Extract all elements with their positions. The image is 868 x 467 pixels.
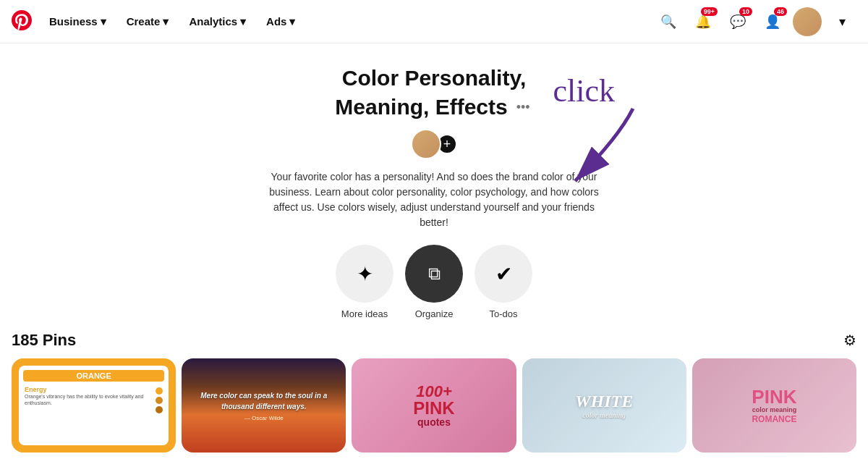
board-title-row: Meaning, Effects ••• bbox=[335, 94, 532, 120]
todos-button[interactable]: ✔ bbox=[475, 245, 532, 303]
white-label: WHITE bbox=[575, 392, 633, 411]
create-chevron-icon: ▾ bbox=[163, 15, 169, 28]
pins-header: 185 Pins ⚙ bbox=[12, 331, 856, 350]
list-item[interactable]: 100+ PINK quotes bbox=[352, 358, 516, 453]
following-button[interactable]: 👤 46 bbox=[758, 7, 787, 36]
navbar: Business ▾ Create ▾ Analytics ▾ Ads ▾ 🔍 … bbox=[0, 0, 868, 43]
sparkle-icon: ✦ bbox=[357, 262, 373, 286]
todos-item: ✔ To-dos bbox=[475, 245, 532, 319]
orange-label: ORANGE bbox=[76, 371, 111, 380]
account-chevron-button[interactable]: ▾ bbox=[827, 7, 856, 36]
search-icon: 🔍 bbox=[660, 14, 676, 30]
white-sublabel: color meaning bbox=[575, 411, 633, 419]
nav-right: 🔍 🔔 99+ 💬 10 👤 46 ▾ bbox=[654, 7, 856, 36]
create-menu-button[interactable]: Create ▾ bbox=[118, 9, 178, 34]
orange-desc: Orange's vibrancy has the ability to evo… bbox=[25, 393, 150, 406]
board-options-button[interactable]: ••• bbox=[514, 97, 533, 118]
business-chevron-icon: ▾ bbox=[101, 15, 106, 28]
filter-icon: ⚙ bbox=[843, 332, 856, 348]
board-avatar bbox=[411, 129, 441, 159]
message-icon: 💬 bbox=[730, 14, 746, 30]
more-ideas-label: More ideas bbox=[341, 308, 388, 319]
board-title-line2: Meaning, Effects bbox=[335, 94, 507, 120]
messages-badge: 10 bbox=[739, 7, 752, 16]
quote-author: — Oscar Wilde bbox=[190, 415, 337, 421]
organize-item: ⧉ Organize bbox=[405, 245, 463, 319]
orange-energy: Energy bbox=[25, 386, 150, 393]
bell-icon: 🔔 bbox=[695, 14, 711, 30]
list-item[interactable]: ORANGE Energy Orange's vibrancy has the … bbox=[12, 358, 176, 453]
avatar[interactable] bbox=[793, 7, 822, 36]
todos-label: To-dos bbox=[489, 308, 517, 319]
pink2-label: PINK bbox=[752, 387, 796, 406]
list-item[interactable]: WHITE color meaning bbox=[522, 358, 686, 453]
business-label: Business bbox=[49, 15, 98, 28]
filter-button[interactable]: ⚙ bbox=[843, 332, 856, 349]
checkmark-icon: ✔ bbox=[495, 262, 512, 286]
more-ideas-button[interactable]: ✦ bbox=[336, 245, 393, 303]
notifications-button[interactable]: 🔔 99+ bbox=[689, 7, 718, 36]
person-icon: 👤 bbox=[765, 14, 780, 30]
pink2-romance: ROMANCE bbox=[752, 415, 796, 424]
business-menu-button[interactable]: Business ▾ bbox=[41, 9, 115, 34]
search-button[interactable]: 🔍 bbox=[654, 7, 683, 36]
ads-chevron-icon: ▾ bbox=[289, 15, 295, 28]
board-meta: + bbox=[411, 129, 457, 159]
analytics-label: Analytics bbox=[189, 15, 237, 28]
board-title: Color Personality, bbox=[342, 65, 527, 91]
nav-left: Business ▾ Create ▾ Analytics ▾ Ads ▾ bbox=[12, 9, 304, 34]
quote-text: Mere color can speak to the soul in a th… bbox=[190, 390, 337, 412]
action-buttons: ✦ More ideas ⧉ Organize ✔ To-dos bbox=[336, 245, 532, 319]
pins-count: 185 Pins bbox=[12, 331, 76, 350]
messages-button[interactable]: 💬 10 bbox=[723, 7, 752, 36]
account-chevron-icon: ▾ bbox=[839, 14, 846, 30]
pink-sublabel: quotes bbox=[413, 417, 454, 427]
more-ideas-item: ✦ More ideas bbox=[336, 245, 393, 319]
create-label: Create bbox=[127, 15, 161, 28]
list-item[interactable]: Mere color can speak to the soul in a th… bbox=[182, 358, 346, 453]
organize-label: Organize bbox=[415, 308, 454, 319]
main-content: click Color Personality, Meaning, Effect… bbox=[0, 43, 868, 319]
pin-grid: ORANGE Energy Orange's vibrancy has the … bbox=[12, 358, 856, 453]
following-badge: 46 bbox=[774, 7, 787, 16]
ads-menu-button[interactable]: Ads ▾ bbox=[258, 9, 304, 34]
analytics-menu-button[interactable]: Analytics ▾ bbox=[180, 9, 255, 34]
analytics-chevron-icon: ▾ bbox=[240, 15, 246, 28]
pins-section: 185 Pins ⚙ ORANGE Energy Orange's vibran… bbox=[0, 331, 868, 453]
click-annotation: click bbox=[553, 72, 615, 109]
list-item[interactable]: PINK color meaning ROMANCE bbox=[692, 358, 856, 453]
ads-label: Ads bbox=[266, 15, 286, 28]
organize-button[interactable]: ⧉ bbox=[405, 245, 463, 303]
notifications-badge: 99+ bbox=[701, 7, 718, 16]
pinterest-logo[interactable] bbox=[12, 10, 32, 33]
pink-label: PINK bbox=[413, 400, 454, 417]
board-description: Your favorite color has a personality! A… bbox=[268, 169, 600, 230]
organize-icon: ⧉ bbox=[428, 264, 441, 284]
pink-number: 100+ bbox=[413, 384, 454, 400]
